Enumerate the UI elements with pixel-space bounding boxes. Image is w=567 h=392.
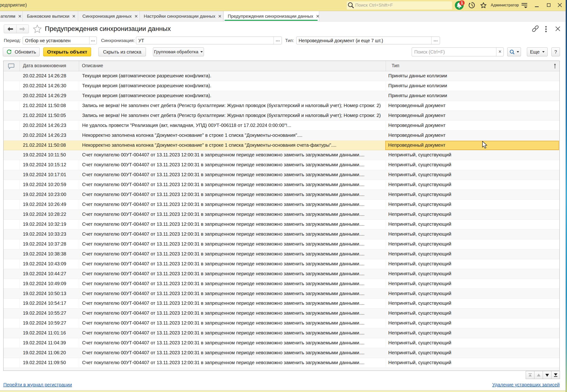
svg-text:1: 1	[461, 1, 463, 5]
